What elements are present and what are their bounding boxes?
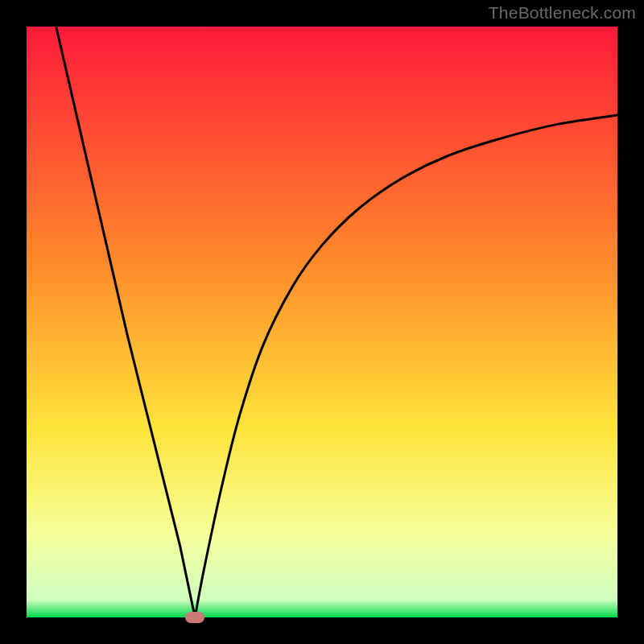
plot-background <box>27 27 617 617</box>
watermark-text: TheBottleneck.com <box>489 3 636 23</box>
bottleneck-chart <box>27 27 617 617</box>
minimum-marker <box>185 612 204 623</box>
chart-frame: TheBottleneck.com <box>0 0 644 644</box>
